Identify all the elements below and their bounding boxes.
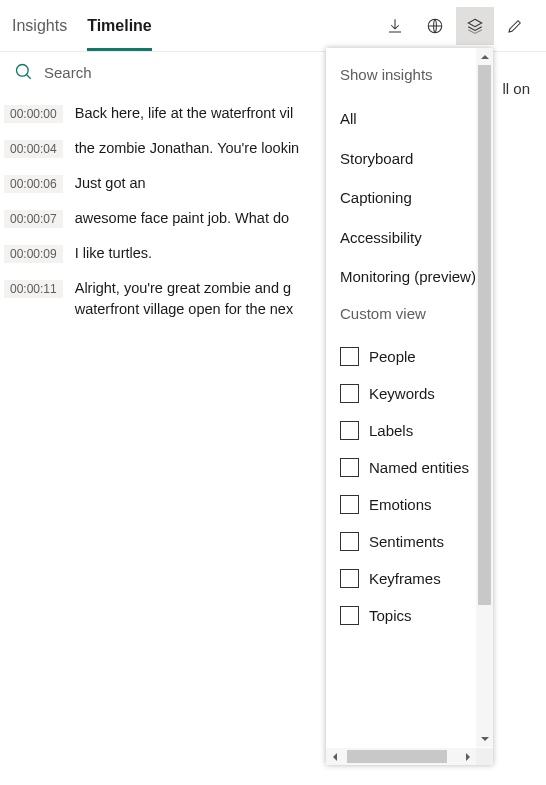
- check-labels[interactable]: Labels: [340, 412, 493, 449]
- panel-item-captioning[interactable]: Captioning: [340, 178, 493, 218]
- layers-icon: [466, 17, 484, 35]
- chevron-left-icon: [330, 752, 340, 762]
- chevron-up-icon: [480, 52, 490, 62]
- panel-section-title: Show insights: [340, 66, 493, 83]
- tab-timeline[interactable]: Timeline: [87, 0, 152, 51]
- scrollbar-track[interactable]: [343, 748, 459, 765]
- check-sentiments[interactable]: Sentiments: [340, 523, 493, 560]
- globe-button[interactable]: [416, 7, 454, 45]
- checkbox-icon: [340, 569, 359, 588]
- check-label: Emotions: [369, 496, 432, 513]
- autoscroll-fragment: ll on: [502, 80, 530, 97]
- panel-item-accessibility[interactable]: Accessibility: [340, 218, 493, 258]
- checkbox-icon: [340, 384, 359, 403]
- panel-item-storyboard[interactable]: Storyboard: [340, 139, 493, 179]
- edit-button[interactable]: [496, 7, 534, 45]
- vertical-scrollbar[interactable]: [476, 48, 493, 747]
- transcript-text: the zombie Jonathan. You're lookin: [75, 138, 299, 159]
- download-icon: [386, 17, 404, 35]
- download-button[interactable]: [376, 7, 414, 45]
- insights-panel: Show insights All Storyboard Captioning …: [326, 48, 493, 765]
- check-label: Labels: [369, 422, 413, 439]
- check-emotions[interactable]: Emotions: [340, 486, 493, 523]
- panel-item-all[interactable]: All: [340, 99, 493, 139]
- check-label: People: [369, 348, 416, 365]
- transcript-text: I like turtles.: [75, 243, 152, 264]
- svg-point-1: [17, 65, 29, 77]
- globe-icon: [426, 17, 444, 35]
- chevron-right-icon: [463, 752, 473, 762]
- transcript-text: Alright, you're great zombie and g water…: [75, 278, 293, 320]
- transcript-text: Back here, life at the waterfront vil: [75, 103, 293, 124]
- tabs: Insights Timeline: [12, 0, 152, 51]
- edit-icon: [506, 17, 524, 35]
- scrollbar-thumb[interactable]: [347, 750, 447, 763]
- chevron-down-icon: [480, 734, 490, 744]
- timestamp: 00:00:06: [4, 175, 63, 193]
- check-label: Topics: [369, 607, 412, 624]
- check-keywords[interactable]: Keywords: [340, 375, 493, 412]
- scroll-right-button[interactable]: [459, 748, 476, 765]
- timestamp: 00:00:11: [4, 280, 63, 298]
- check-named-entities[interactable]: Named entities: [340, 449, 493, 486]
- scroll-up-button[interactable]: [476, 48, 493, 65]
- checkbox-icon: [340, 495, 359, 514]
- panel-body: Show insights All Storyboard Captioning …: [326, 48, 493, 765]
- scrollbar-track[interactable]: [476, 65, 493, 730]
- checkbox-icon: [340, 606, 359, 625]
- timestamp: 00:00:00: [4, 105, 63, 123]
- checkbox-icon: [340, 421, 359, 440]
- check-label: Keywords: [369, 385, 435, 402]
- scrollbar-corner: [476, 748, 493, 765]
- panel-item-monitoring[interactable]: Monitoring (preview): [340, 257, 493, 297]
- check-people[interactable]: People: [340, 338, 493, 375]
- checkbox-icon: [340, 532, 359, 551]
- scroll-down-button[interactable]: [476, 730, 493, 747]
- search-icon: [14, 62, 34, 82]
- checkbox-icon: [340, 458, 359, 477]
- timestamp: 00:00:07: [4, 210, 63, 228]
- checkbox-icon: [340, 347, 359, 366]
- toolbar: [376, 7, 534, 45]
- timestamp: 00:00:09: [4, 245, 63, 263]
- check-label: Named entities: [369, 459, 469, 476]
- horizontal-scrollbar[interactable]: [326, 748, 476, 765]
- panel-custom-title: Custom view: [340, 305, 493, 322]
- layers-button[interactable]: [456, 7, 494, 45]
- check-keyframes[interactable]: Keyframes: [340, 560, 493, 597]
- timestamp: 00:00:04: [4, 140, 63, 158]
- tab-insights[interactable]: Insights: [12, 0, 67, 51]
- check-topics[interactable]: Topics: [340, 597, 493, 634]
- check-label: Sentiments: [369, 533, 444, 550]
- transcript-text: awesome face paint job. What do: [75, 208, 289, 229]
- transcript-text: Just got an: [75, 173, 146, 194]
- scroll-left-button[interactable]: [326, 748, 343, 765]
- header: Insights Timeline: [0, 0, 546, 52]
- check-label: Keyframes: [369, 570, 441, 587]
- scrollbar-thumb[interactable]: [478, 65, 491, 605]
